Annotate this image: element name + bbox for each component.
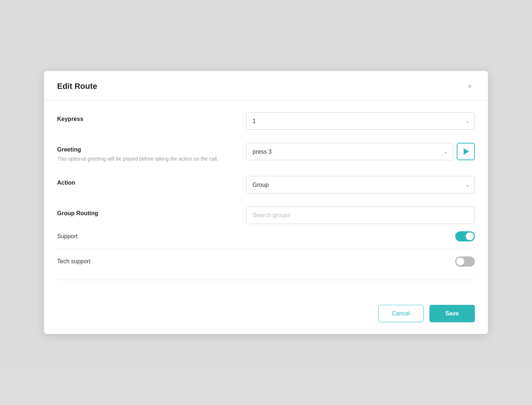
group-name-tech-support: Tech support: [57, 258, 91, 265]
action-select[interactable]: Group Queue User Voicemail IVR External …: [246, 176, 475, 193]
keypress-label: Keypress: [57, 116, 246, 122]
group-routing-label-col: Group Routing: [57, 207, 246, 219]
group-item-support: Support: [57, 224, 475, 249]
tech-support-toggle-slider: [455, 256, 475, 267]
greeting-control-col: press 1 press 2 press 3 press 4 ⌄: [246, 143, 475, 160]
support-toggle-slider: [455, 231, 475, 241]
greeting-label-col: Greeting This optional greeting will be …: [57, 143, 246, 163]
keypress-select[interactable]: 0 1 2 3 4 5 6 7 8 9 # *: [246, 112, 475, 130]
action-label-col: Action: [57, 176, 246, 188]
modal-footer: Cancel Save: [44, 295, 488, 334]
modal-body: Keypress 0 1 2 3 4 5 6 7 8: [44, 101, 488, 295]
greeting-sublabel: This optional greeting will be played be…: [57, 156, 218, 162]
keypress-label-col: Keypress: [57, 112, 246, 125]
modal-overlay: Edit Route × Keypress 0 1 2 3 4: [0, 0, 532, 405]
keypress-control-col: 0 1 2 3 4 5 6 7 8 9 # *: [246, 112, 475, 130]
group-routing-control-col: [246, 207, 475, 224]
action-control-col: Group Queue User Voicemail IVR External …: [246, 176, 475, 193]
greeting-controls: press 1 press 2 press 3 press 4 ⌄: [246, 143, 475, 160]
group-routing-row: Group Routing: [57, 207, 475, 224]
tech-support-toggle[interactable]: [455, 256, 475, 267]
action-label: Action: [57, 180, 246, 186]
play-button[interactable]: [457, 143, 475, 160]
cancel-button[interactable]: Cancel: [378, 305, 424, 322]
modal-title: Edit Route: [57, 82, 97, 91]
support-toggle[interactable]: [455, 231, 475, 241]
greeting-label: Greeting: [57, 146, 246, 153]
action-select-wrapper: Group Queue User Voicemail IVR External …: [246, 176, 475, 193]
search-groups-input[interactable]: [246, 207, 475, 224]
keypress-row: Keypress 0 1 2 3 4 5 6 7 8: [57, 112, 475, 130]
modal-header: Edit Route ×: [44, 71, 488, 101]
edit-route-modal: Edit Route × Keypress 0 1 2 3 4: [44, 71, 488, 334]
group-item-tech-support: Tech support: [57, 249, 475, 274]
greeting-select[interactable]: press 1 press 2 press 3 press 4: [246, 143, 453, 160]
greeting-select-wrapper: press 1 press 2 press 3 press 4 ⌄: [246, 143, 453, 160]
group-name-support: Support: [57, 233, 78, 240]
group-routing-label: Group Routing: [57, 210, 246, 217]
footer-divider: [57, 280, 475, 280]
keypress-select-wrapper: 0 1 2 3 4 5 6 7 8 9 # *: [246, 112, 475, 130]
save-button[interactable]: Save: [429, 305, 475, 322]
close-button[interactable]: ×: [465, 81, 475, 91]
group-list: Support Tech support: [57, 224, 475, 274]
action-row: Action Group Queue User Voicemail IVR Ex…: [57, 176, 475, 193]
greeting-row: Greeting This optional greeting will be …: [57, 143, 475, 163]
play-icon: [464, 148, 469, 155]
